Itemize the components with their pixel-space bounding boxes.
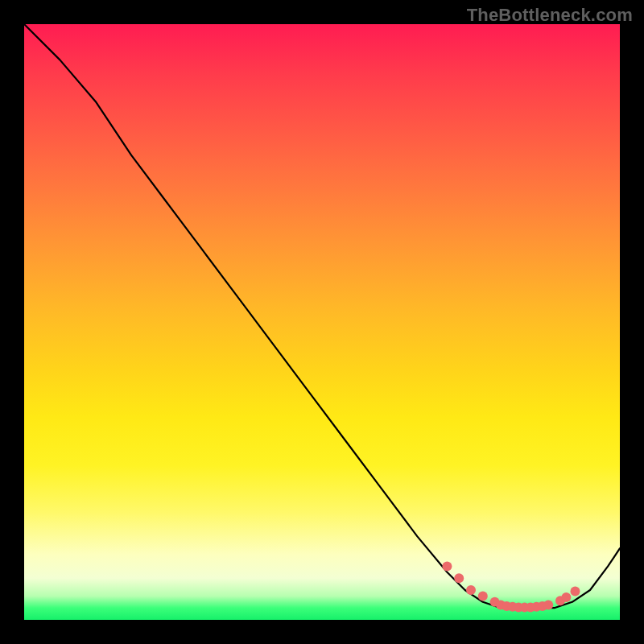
highlight-point [466, 585, 476, 595]
plot-area [24, 24, 620, 620]
highlight-point [478, 591, 488, 601]
highlight-point [561, 592, 571, 602]
highlight-point [571, 587, 580, 597]
highlight-point [543, 601, 553, 610]
chart-svg [24, 24, 620, 620]
chart-container: TheBottleneck.com [0, 0, 644, 644]
highlight-point [454, 573, 464, 583]
bottleneck-curve-line [24, 24, 620, 608]
highlight-point [442, 561, 452, 571]
watermark-text: TheBottleneck.com [467, 5, 633, 26]
